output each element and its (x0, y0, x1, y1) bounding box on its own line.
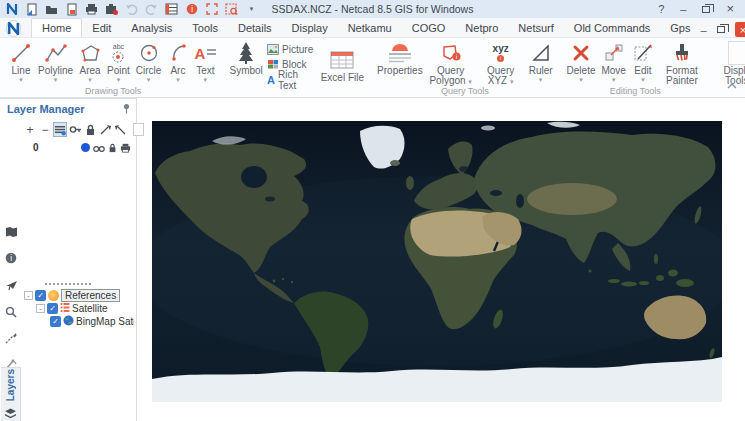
tab-details[interactable]: Details (228, 19, 282, 37)
redo-icon[interactable] (145, 3, 158, 16)
close-button[interactable]: × (726, 4, 734, 14)
doc-restore-button[interactable] (717, 26, 725, 33)
format-painter-button[interactable]: Format Painter (657, 40, 707, 86)
insert-group: Symbol Picture Block A Rich Text Excel F… (224, 39, 369, 97)
info-icon[interactable]: i (185, 3, 198, 16)
picture-button[interactable]: Picture (267, 43, 317, 56)
satellite-label[interactable]: Satellite (72, 303, 108, 314)
text-tool-button[interactable]: A Text ▾ (191, 40, 219, 83)
format-painter-icon (671, 41, 693, 65)
layers-side-tab[interactable]: Layers (1, 367, 21, 421)
display-tools-icon (728, 41, 745, 65)
arc-tool-button[interactable]: Arc ▾ (164, 40, 191, 83)
remove-layer-button[interactable]: − (38, 122, 52, 137)
tree-row-satellite[interactable]: - ✓ Satellite (36, 302, 134, 315)
add-layer-button[interactable]: + (23, 122, 37, 137)
pin-icon[interactable] (122, 100, 131, 118)
search-icon[interactable] (4, 305, 18, 319)
sketch-icon[interactable] (4, 331, 18, 345)
info-badge-icon: i (497, 55, 504, 62)
tab-old-commands[interactable]: Old Commands (564, 19, 660, 37)
send-flag-icon[interactable] (4, 278, 18, 292)
bingmap-checkbox[interactable]: ✓ (50, 316, 61, 327)
print-icon[interactable] (85, 3, 98, 16)
delete-button[interactable]: Delete ▾ (564, 40, 599, 83)
doc-minimize-button[interactable]: – (700, 25, 706, 35)
undo-icon[interactable] (125, 3, 138, 16)
excel-file-button[interactable]: Excel File (319, 47, 366, 84)
ribbon-tab-row: Home Edit Analysis Tools Details Display… (0, 18, 745, 37)
polyline-tool-button[interactable]: Polyline ▾ (35, 40, 76, 83)
collapse-ribbon-button[interactable] (727, 75, 737, 93)
query-xyz-button[interactable]: xyz i Query XYZ ▾ (476, 40, 526, 86)
layer-list-button[interactable] (53, 122, 67, 137)
move-button[interactable]: Move ▾ (598, 40, 628, 83)
line-tool-button[interactable]: Line ▾ (7, 40, 35, 83)
print-layer-icon[interactable] (120, 139, 131, 157)
open-file-icon[interactable] (45, 3, 58, 16)
layer-toolbar: + − (23, 122, 144, 137)
arc-icon (168, 41, 188, 65)
zoom-region-icon[interactable] (225, 3, 238, 16)
help-button[interactable]: ? (658, 4, 664, 14)
window-table-icon[interactable] (165, 3, 178, 16)
new-file-icon[interactable] (25, 3, 38, 16)
lock-icon[interactable] (108, 139, 117, 157)
map-canvas[interactable] (152, 121, 722, 402)
tab-home[interactable]: Home (31, 18, 82, 38)
tab-display[interactable]: Display (282, 19, 338, 37)
save-file-icon[interactable] (65, 3, 78, 16)
tab-edit[interactable]: Edit (82, 19, 121, 37)
panel-splitter-handle[interactable] (45, 283, 91, 287)
export-package-icon[interactable] (105, 3, 118, 16)
references-label[interactable]: References (61, 289, 120, 302)
drawing-tools-group: Line ▾ Polyline ▾ Area ▾ abc Point ▾ C (4, 39, 222, 97)
tab-netsurf[interactable]: Netsurf (508, 19, 563, 37)
layer-color-dot[interactable] (81, 143, 90, 152)
title-bar: i ▾ SSDAX.NCZ - Netcad 8.5 GIS for Windo… (0, 0, 745, 18)
properties-button[interactable]: Properties (374, 40, 426, 76)
collapse-expander-icon[interactable]: - (24, 291, 33, 300)
tab-netpro[interactable]: Netpro (455, 19, 508, 37)
application-menu-button[interactable] (6, 20, 21, 37)
references-icon (48, 290, 59, 301)
qat-dropdown-icon[interactable]: ▾ (245, 3, 258, 16)
restore-button[interactable] (702, 6, 710, 13)
tab-netkamu[interactable]: Netkamu (338, 19, 402, 37)
collapse-expander-icon[interactable]: - (36, 304, 45, 313)
edit-icon (632, 41, 654, 65)
tab-cogo[interactable]: COGO (402, 19, 456, 37)
symbol-button[interactable]: Symbol (227, 40, 265, 76)
tab-tools[interactable]: Tools (182, 19, 228, 37)
references-checkbox[interactable]: ✓ (35, 290, 46, 301)
tree-row-references[interactable]: - ✓ References (24, 289, 134, 302)
area-tool-button[interactable]: Area ▾ (76, 40, 104, 83)
point-tool-button[interactable]: abc Point ▾ (104, 40, 133, 83)
dropdown-caret-icon: ▾ (19, 77, 23, 83)
minimize-button[interactable]: – (680, 4, 686, 14)
info-icon[interactable]: i (4, 251, 18, 265)
netcad-logo-icon[interactable] (5, 3, 18, 16)
visibility-icon[interactable] (93, 139, 105, 157)
lock-icon[interactable] (83, 122, 97, 137)
selection-frame-icon[interactable] (205, 3, 218, 16)
satellite-checkbox[interactable]: ✓ (47, 303, 58, 314)
dropdown-caret-icon: ▾ (88, 77, 92, 83)
circle-tool-button[interactable]: Circle ▾ (133, 40, 165, 83)
map-book-icon[interactable] (4, 225, 18, 239)
tab-analysis[interactable]: Analysis (121, 19, 182, 37)
ruler-icon (530, 41, 552, 65)
key-icon[interactable] (68, 122, 82, 137)
doc-close-button[interactable]: × (735, 22, 745, 37)
bingmap-label[interactable]: BingMap Satellite I (76, 316, 134, 327)
ruler-button[interactable]: Ruler ▾ (526, 40, 556, 83)
bring-forward-icon[interactable] (98, 122, 112, 137)
send-backward-icon[interactable] (113, 122, 127, 137)
tree-row-bingmap[interactable]: ✓ BingMap Satellite I (50, 315, 134, 328)
query-polygon-button[interactable]: i Query Polygon ▾ (426, 40, 476, 86)
tab-gps[interactable]: Gps (660, 19, 700, 37)
rich-text-button[interactable]: A Rich Text (267, 73, 317, 86)
active-layer-row[interactable]: 0 (23, 141, 131, 154)
edit-button[interactable]: Edit ▾ (629, 40, 657, 83)
layer-color-box[interactable] (133, 123, 144, 136)
